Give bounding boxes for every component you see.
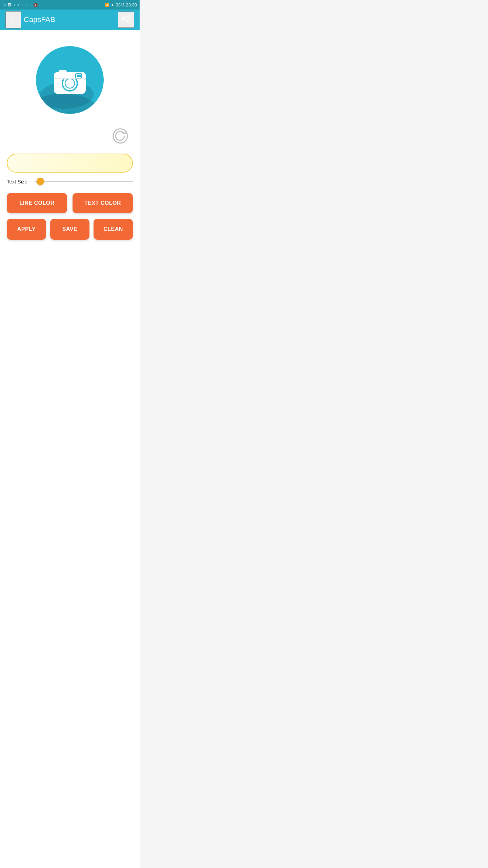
svg-rect-11 (77, 75, 81, 77)
caption-input[interactable] (7, 154, 133, 173)
svg-point-1 (128, 20, 130, 22)
signal-icon: ▲ (111, 3, 115, 7)
svg-line-4 (124, 19, 128, 21)
time-text: 23:30 (126, 2, 137, 7)
app-bar: ← CapsFAB (0, 9, 140, 30)
app-title: CapsFAB (24, 15, 118, 24)
camera-icon (51, 62, 88, 96)
logo-area (5, 38, 134, 125)
download1-icon: ↓ (14, 3, 16, 7)
svg-point-7 (65, 79, 75, 88)
share-icon (121, 15, 131, 22)
apply-button[interactable]: APPLY (7, 219, 46, 240)
refresh-area (5, 125, 134, 154)
line-color-button[interactable]: LINE COLOR (7, 193, 67, 213)
slider-container (35, 178, 133, 185)
text-size-area: Text Size (7, 178, 133, 185)
back-button[interactable]: ← (5, 11, 21, 28)
download5-icon: ↓ (29, 3, 31, 7)
text-size-label: Text Size (7, 179, 30, 184)
wifi-icon: 📶 (105, 3, 109, 7)
status-icons-left: ⊡ 🖼 ↓ ↓ ↓ ↓ ↓ 🔇 (3, 3, 38, 7)
status-icons-right: 📶 ▲ 33% 23:30 (105, 2, 137, 7)
refresh-button[interactable] (109, 125, 131, 148)
download3-icon: ↓ (21, 3, 23, 7)
svg-point-0 (128, 15, 130, 18)
notifications-icon: ⊡ (3, 3, 6, 7)
app-logo-circle (36, 46, 104, 114)
battery-text: 33% (116, 2, 124, 7)
download2-icon: ↓ (18, 3, 20, 7)
slider-track (35, 181, 133, 182)
text-color-button[interactable]: TEXT COLOR (73, 193, 133, 213)
camera-icon-wrap (51, 62, 88, 98)
svg-rect-12 (59, 70, 67, 74)
color-buttons-row: LINE COLOR TEXT COLOR (7, 193, 133, 213)
svg-point-2 (122, 18, 124, 20)
image-icon: 🖼 (8, 3, 12, 7)
clean-button[interactable]: CLEAN (94, 219, 133, 240)
volume-off-icon: 🔇 (33, 3, 38, 7)
text-size-thumb[interactable] (37, 178, 44, 185)
main-content: Text Size LINE COLOR TEXT COLOR APPLY SA… (0, 30, 140, 868)
share-button[interactable] (118, 12, 134, 28)
status-bar: ⊡ 🖼 ↓ ↓ ↓ ↓ ↓ 🔇 📶 ▲ 33% 23:30 (0, 0, 140, 9)
refresh-icon (112, 127, 129, 144)
svg-line-3 (124, 17, 128, 18)
text-input-area (7, 154, 133, 173)
action-buttons-row: APPLY SAVE CLEAN (7, 219, 133, 240)
download4-icon: ↓ (25, 3, 27, 7)
save-button[interactable]: SAVE (50, 219, 89, 240)
